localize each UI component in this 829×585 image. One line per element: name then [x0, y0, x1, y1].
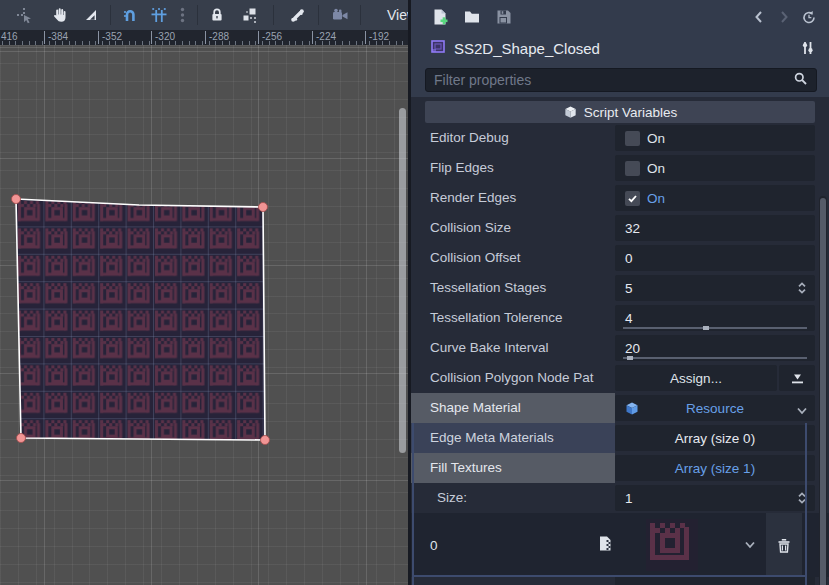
slider-track[interactable] [623, 357, 807, 359]
slider-track[interactable] [623, 327, 807, 329]
chevron-down-icon[interactable] [796, 404, 808, 419]
godot-editor: View 416 -384 -352 -320 -288 -256 -224 -… [0, 0, 829, 585]
tessellation-tolerence-slider[interactable]: 4 [615, 305, 815, 331]
camera-preview-icon[interactable] [330, 4, 350, 26]
property-label[interactable]: Render Edges [411, 183, 615, 213]
texture-preview[interactable] [646, 519, 698, 571]
snap-options-icon[interactable] [176, 4, 188, 26]
closed-shape [0, 45, 408, 585]
property-label[interactable]: Collision Size [411, 213, 615, 243]
shape-handle-top-left[interactable] [12, 195, 21, 204]
resource-subpanel-border [414, 575, 805, 577]
render-edges-checkbox[interactable] [625, 191, 640, 206]
property-label[interactable]: Edge Meta Materials [411, 423, 615, 453]
property-label[interactable]: Flip Edges [411, 153, 615, 183]
chevron-down-icon[interactable] [744, 538, 756, 553]
check-icon [627, 193, 638, 204]
editor-debug-checkbox[interactable] [625, 131, 640, 146]
category-script-variables[interactable]: Script Variables [425, 101, 815, 123]
array-size-input[interactable]: 1 [615, 485, 815, 511]
collision-offset-input[interactable]: 0 [615, 245, 815, 271]
property-label[interactable]: Collision Offset [411, 243, 615, 273]
resource-subpanel-border [805, 423, 807, 585]
property-row-collision-offset: Collision Offset 0 [411, 243, 829, 273]
load-folder-icon[interactable] [462, 8, 481, 27]
property-label[interactable]: Fill Textures [411, 453, 615, 483]
tessellation-stages-input[interactable]: 5 [615, 275, 815, 301]
property-row-tessellation-stages: Tessellation Stages 5 [411, 273, 829, 303]
toolbar-separator [273, 5, 274, 25]
property-label[interactable]: Collision Polygon Node Pat [411, 363, 615, 393]
filter-properties-input[interactable]: Filter properties [425, 68, 817, 92]
canvas-vertical-scrollbar[interactable] [399, 108, 406, 458]
array-element-row-0: 0 [411, 513, 829, 577]
delete-element-button[interactable] [766, 513, 802, 577]
fill-textures-array-button[interactable]: Array (size 1) [615, 455, 815, 481]
property-row-shape-material: Shape Material Resource [411, 393, 829, 423]
canvas-toolbar: View [0, 0, 408, 30]
toolbar-separator [360, 5, 361, 25]
pick-node-button[interactable] [779, 365, 815, 391]
shape-handle-top-right[interactable] [259, 203, 268, 212]
flip-edges-checkbox[interactable] [625, 161, 640, 176]
spinner-updown-icon[interactable] [795, 280, 809, 299]
property-label[interactable]: Tessellation Tolerence [411, 303, 615, 333]
toolbar-separator [318, 5, 319, 25]
property-row-array-size: Size: 1 [411, 483, 829, 513]
lock-icon[interactable] [207, 4, 227, 26]
inspector-node-row: SS2D_Shape_Closed [411, 34, 829, 62]
ruler-tool-icon[interactable] [81, 4, 101, 26]
grid-snap-icon[interactable] [149, 4, 169, 26]
checkbox-label: On [647, 161, 665, 176]
property-row-collision-polygon-node-path: Collision Polygon Node Pat Assign... [411, 363, 829, 393]
new-resource-icon[interactable] [430, 8, 449, 27]
inspector-scrollbar-thumb[interactable] [820, 198, 826, 585]
history-icon[interactable] [801, 8, 817, 27]
property-label[interactable]: Curve Bake Interval [411, 333, 615, 363]
collision-size-input[interactable]: 32 [615, 215, 815, 241]
property-row-curve-bake-interval: Curve Bake Interval 20 [411, 333, 829, 363]
next-property-row-clipped [411, 577, 829, 585]
shape-polygon[interactable] [16, 199, 265, 440]
viewport-panel: View 416 -384 -352 -320 -288 -256 -224 -… [0, 0, 408, 585]
select-tool-icon[interactable] [14, 4, 34, 26]
checkbox-label: On [647, 131, 665, 146]
history-back-icon[interactable] [751, 8, 767, 27]
history-forward-icon[interactable] [776, 8, 792, 27]
assign-button[interactable]: Assign... [615, 365, 777, 391]
property-label[interactable]: Shape Material [411, 393, 615, 423]
resource-subpanel-border [412, 423, 414, 585]
shape-handle-bottom-left[interactable] [17, 434, 26, 443]
inspector-vertical-scrollbar[interactable] [819, 196, 827, 585]
property-row-flip-edges: Flip Edges On [411, 153, 829, 183]
property-row-collision-size: Collision Size 32 [411, 213, 829, 243]
pan-tool-icon[interactable] [49, 4, 69, 26]
filter-row: Filter properties [411, 62, 829, 97]
slider-grabber[interactable] [703, 326, 709, 330]
inspector-panel: SS2D_Shape_Closed Filter properties Scri… [411, 0, 829, 585]
group-selection-icon[interactable] [240, 4, 260, 26]
canvas-grid[interactable] [0, 45, 408, 585]
property-label[interactable]: Size: [411, 483, 615, 513]
canvas-scrollbar-thumb[interactable] [399, 108, 406, 453]
property-label[interactable]: Tessellation Stages [411, 273, 615, 303]
property-row-tessellation-tolerence: Tessellation Tolerence 4 [411, 303, 829, 333]
edit-resource-icon[interactable] [597, 535, 614, 555]
slider-grabber[interactable] [627, 356, 633, 360]
edge-meta-materials-array-button[interactable]: Array (size 0) [615, 425, 815, 451]
inspector-options-icon[interactable] [799, 39, 815, 58]
save-icon[interactable] [494, 8, 513, 27]
property-label[interactable]: Editor Debug [411, 123, 615, 153]
filter-placeholder: Filter properties [434, 72, 793, 88]
cube-icon [563, 105, 578, 120]
pick-node-icon [790, 371, 805, 386]
shape-handle-bottom-right[interactable] [261, 436, 270, 445]
smart-snap-icon[interactable] [120, 4, 140, 26]
shape-material-resource-picker[interactable]: Resource [615, 395, 815, 421]
horizontal-ruler: 416 -384 -352 -320 -288 -256 -224 -192 [0, 30, 408, 45]
curve-bake-interval-slider[interactable]: 20 [615, 335, 815, 361]
property-row-fill-textures: Fill Textures Array (size 1) [411, 453, 829, 483]
trash-icon [776, 537, 792, 554]
checkbox-label: On [647, 191, 665, 206]
skeleton-options-icon[interactable] [287, 4, 307, 26]
